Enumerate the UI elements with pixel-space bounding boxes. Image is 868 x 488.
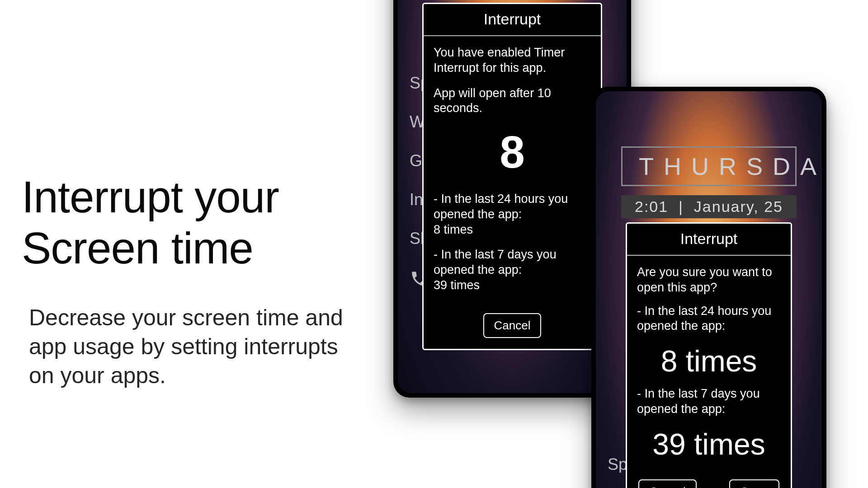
open-button[interactable]: Open xyxy=(729,479,780,488)
promo-heading-line1: Interrupt your xyxy=(22,172,279,222)
interrupt-dialog-confirm: Interrupt Are you sure you want to open … xyxy=(626,222,792,488)
promo-slide: Interrupt your Screen time Decrease your… xyxy=(0,0,868,488)
usage-7d-label: - In the last 7 days you opened the app: xyxy=(637,386,781,417)
usage-24h-label: - In the last 24 hours you opened the ap… xyxy=(434,192,591,237)
clock-widget-day: THURSDAY xyxy=(621,146,797,186)
interrupt-dialog-timer: Interrupt You have enabled Timer Interru… xyxy=(422,3,602,350)
cancel-button[interactable]: Cancel xyxy=(638,479,697,488)
countdown-number: 8 xyxy=(434,126,591,178)
promo-copy: Interrupt your Screen time Decrease your… xyxy=(22,172,365,390)
cancel-button[interactable]: Cancel xyxy=(483,313,542,338)
usage-7d-label: - In the last 7 days you opened the app:… xyxy=(434,247,591,293)
clock-widget-date: 2:01 | January, 25 xyxy=(621,195,797,218)
phone-screen: THURSDAY 2:01 | January, 25 Sp W Ga Inte… xyxy=(596,91,822,488)
dialog-message: App will open after 10 seconds. xyxy=(434,86,591,117)
dialog-prompt: Are you sure you want to open this app? xyxy=(637,265,781,296)
usage-7d-value: 39 times xyxy=(637,427,781,461)
dialog-title: Interrupt xyxy=(627,224,791,256)
dialog-title: Interrupt xyxy=(424,4,601,36)
promo-heading-line2: Screen time xyxy=(22,223,253,273)
usage-24h-value: 8 times xyxy=(637,344,781,378)
usage-24h-label: - In the last 24 hours you opened the ap… xyxy=(637,304,781,334)
promo-subtext: Decrease your screen time and app usage … xyxy=(22,303,365,390)
promo-heading: Interrupt your Screen time xyxy=(22,172,365,273)
usage-7d-value: 39 times xyxy=(434,278,480,292)
dialog-message: You have enabled Timer Interrupt for thi… xyxy=(434,45,591,76)
usage-24h-value: 8 times xyxy=(434,223,473,236)
phone-mockup-confirm: THURSDAY 2:01 | January, 25 Sp W Ga Inte… xyxy=(591,87,826,488)
